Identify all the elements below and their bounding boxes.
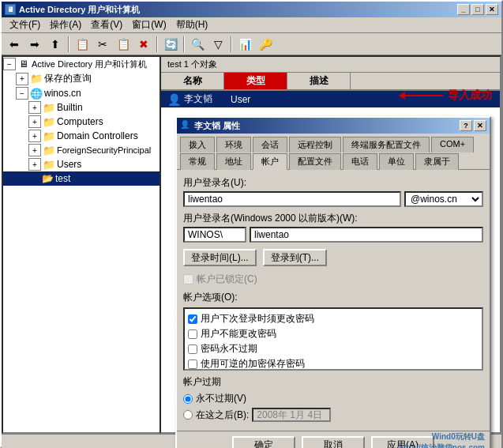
locked-checkbox[interactable] (183, 274, 193, 284)
win2000-user-input[interactable] (250, 227, 483, 243)
tree-item-domain[interactable]: − 🌐 winos.cn (3, 86, 160, 100)
toolbar: ⬅ ➡ ⬆ 📋 ✂ 📋 ✖ 🔄 🔍 ▽ 📊 🔑 (2, 33, 501, 55)
filter-button[interactable]: ▽ (208, 36, 227, 53)
tab-session[interactable]: 会话 (253, 137, 287, 152)
dialog-title-buttons: ? ✕ (460, 120, 486, 131)
tab-member-of[interactable]: 隶属于 (415, 153, 459, 170)
logon-name-input[interactable] (183, 191, 401, 207)
search-button[interactable]: 🔍 (188, 36, 207, 53)
cancel-button[interactable]: 取消 (302, 436, 365, 448)
cut-button[interactable]: ✂ (93, 36, 112, 53)
expand-icon-domain[interactable]: − (16, 87, 28, 100)
dialog-title-bar: 👤 李文韬 属性 ? ✕ (177, 118, 490, 134)
expand-icon-root[interactable]: − (3, 58, 16, 70)
expand-icon-computers[interactable]: + (28, 115, 41, 128)
login-to-button[interactable]: 登录到(T)... (263, 249, 327, 266)
tree-item-users[interactable]: + 📁 Users (3, 157, 160, 171)
account-locked-row: 帐户已锁定(C) (183, 273, 483, 286)
expand-icon-dc[interactable]: + (28, 130, 41, 142)
menu-help[interactable]: 帮助(H) (171, 17, 213, 33)
never-expire-radio[interactable] (183, 394, 193, 404)
cell-name-text: 李文韬 (184, 92, 212, 106)
option-row-3: 使用可逆的加密保存密码 (188, 357, 479, 371)
tree-item-computers[interactable]: + 📁 Computers (3, 115, 160, 129)
menu-view[interactable]: 查看(V) (86, 17, 127, 33)
menu-action[interactable]: 操作(A) (45, 17, 86, 33)
back-button[interactable]: ⬅ (5, 36, 24, 53)
dialog-tabs-row2: 常规 地址 帐户 配置文件 电话 单位 隶属于 (177, 152, 490, 170)
arrow-line (404, 95, 443, 96)
close-button[interactable]: ✕ (486, 4, 498, 15)
key-button[interactable]: 🔑 (256, 36, 275, 53)
maximize-button[interactable]: □ (471, 4, 484, 15)
tab-remote-control[interactable]: 远程控制 (289, 137, 341, 152)
tree-item-test[interactable]: 📂 test (3, 171, 160, 186)
minimize-button[interactable]: _ (457, 4, 470, 15)
win2000-domain-field: WINOS\ (183, 227, 246, 243)
toolbar-sep-3 (183, 36, 185, 52)
col-desc[interactable]: 描述 (287, 73, 351, 89)
watermark-line1: Wind0玩转U盘 (399, 431, 485, 442)
refresh-button[interactable]: 🔄 (161, 36, 180, 53)
tab-terminal-services[interactable]: 终端服务配置文件 (343, 137, 430, 152)
view-button[interactable]: 📊 (235, 36, 254, 53)
ok-button[interactable]: 确定 (232, 436, 295, 448)
expand-icon-saved[interactable]: + (16, 73, 28, 85)
expand-icon-fsp[interactable]: + (28, 144, 41, 156)
tree-item-fsp[interactable]: + 📁 ForeignSecurityPrincipal (3, 143, 160, 157)
tree-item-saved[interactable]: + 📁 保存的查询 (3, 71, 160, 86)
menu-file[interactable]: 文件(F) (5, 17, 45, 33)
tab-phone[interactable]: 电话 (343, 153, 377, 170)
tab-environment[interactable]: 环境 (216, 137, 251, 152)
option-checkbox-1[interactable] (188, 329, 197, 339)
tab-org[interactable]: 单位 (379, 153, 414, 170)
option-row-1: 用户不能更改密码 (188, 327, 479, 341)
tree-label-builtin: Builtin (57, 102, 83, 113)
help-button[interactable]: ? (460, 120, 472, 131)
dialog-title-icon: 👤 (180, 120, 191, 131)
col-name[interactable]: 名称 (161, 73, 224, 89)
never-expire-row: 永不过期(V) (183, 392, 483, 405)
forward-button[interactable]: ➡ (25, 36, 44, 53)
tab-address[interactable]: 地址 (216, 153, 251, 170)
option-checkbox-2[interactable] (188, 344, 197, 354)
tab-profile[interactable]: 配置文件 (289, 153, 341, 170)
paste-button[interactable]: 📋 (114, 36, 133, 53)
login-time-button[interactable]: 登录时间(L)... (183, 249, 257, 266)
tree-panel: − 🖥 Active Directory 用户和计算机 + 📁 保存的查询 − … (2, 55, 160, 434)
dialog-close-button[interactable]: ✕ (474, 120, 486, 131)
tree-item-root[interactable]: − 🖥 Active Directory 用户和计算机 (3, 57, 160, 71)
folder-icon-computers: 📁 (43, 115, 55, 128)
expire-on-radio[interactable] (183, 410, 193, 420)
tree-label-fsp: ForeignSecurityPrincipal (57, 145, 151, 155)
option-checkbox-0[interactable] (188, 314, 197, 324)
copy-button[interactable]: 📋 (73, 36, 92, 53)
dialog-content: 用户登录名(U): @winos.cn 用户登录名(Windows 2000 以… (177, 170, 490, 431)
domain-select[interactable]: @winos.cn (404, 191, 483, 207)
app-icon: 🖥 (5, 4, 16, 15)
expire-date-input[interactable] (252, 408, 331, 422)
watermark-line2: http://统治脑袋nos.com (399, 442, 485, 448)
login-btn-row: 登录时间(L)... 登录到(T)... (183, 249, 483, 266)
logon-input-row: @winos.cn (183, 191, 483, 207)
option-checkbox-3[interactable] (188, 360, 197, 369)
tab-com[interactable]: COM+ (431, 137, 474, 152)
option-row-2: 密码永不过期 (188, 342, 479, 356)
tab-dial-in[interactable]: 拨入 (180, 137, 215, 152)
expand-icon-builtin[interactable]: + (28, 101, 41, 114)
tree-item-dc[interactable]: + 📁 Domain Controllers (3, 129, 160, 143)
expand-icon-users[interactable]: + (28, 158, 41, 171)
toolbar-sep-4 (231, 36, 232, 52)
menu-window[interactable]: 窗口(W) (127, 17, 171, 33)
tab-account[interactable]: 帐户 (253, 153, 287, 170)
up-button[interactable]: ⬆ (46, 36, 65, 53)
option-label-3: 使用可逆的加密保存密码 (201, 357, 305, 371)
col-type[interactable]: 类型 (224, 73, 287, 89)
option-label-0: 用户下次登录时须更改密码 (201, 312, 314, 326)
folder-icon-fsp: 📁 (43, 144, 55, 156)
title-bar: 🖥 Active Directory 用户和计算机 _ □ ✕ (2, 2, 501, 17)
delete-button[interactable]: ✖ (134, 36, 153, 53)
tree-item-builtin[interactable]: + 📁 Builtin (3, 100, 160, 115)
tab-general[interactable]: 常规 (180, 153, 215, 170)
annotation-container: 导入成功 (404, 88, 492, 103)
